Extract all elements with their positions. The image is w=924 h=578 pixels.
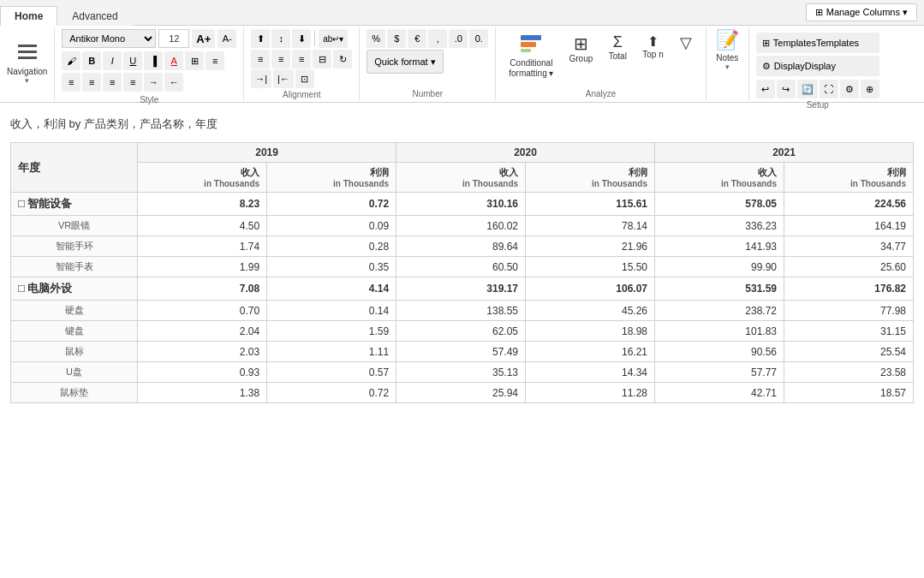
percent-button[interactable]: % (367, 29, 385, 48)
align-center2-button[interactable]: ≡ (82, 73, 101, 92)
wrap-text-button[interactable]: ab↵▾ (319, 29, 348, 48)
redo-button[interactable]: ↪ (777, 80, 796, 98)
category-row: □ 智能设备8.230.72310.16115.61578.05224.56 (11, 193, 914, 216)
decimal-decrease-button[interactable]: 0. (469, 29, 488, 48)
row-label: 鼠标 (11, 342, 138, 362)
filter-icon: ▽ (680, 33, 692, 52)
font-decrease-button[interactable]: A- (218, 29, 236, 48)
font-family-select[interactable]: Antikor Mono (62, 29, 156, 48)
decrease-indent-button[interactable]: |← (273, 69, 294, 88)
templates-icon: ⊞ (762, 38, 770, 49)
row-label: 智能手表 (11, 257, 138, 277)
svg-rect-4 (521, 42, 536, 47)
align-bottom-button[interactable]: ⬇ (292, 29, 311, 48)
rev-cell: 531.59 (655, 277, 784, 301)
outdent-button[interactable]: ← (164, 73, 183, 92)
profit-cell: 164.19 (784, 216, 913, 236)
ribbon-alignment-group: ⬆ ↕ ⬇ ab↵▾ ≡ ≡ ≡ ⊟ ↻ →| |← ⊡ Alignment (244, 27, 360, 100)
rev-cell: 25.94 (396, 383, 526, 403)
sub-row: VR眼镜4.500.09160.0278.14336.23164.19 (11, 216, 914, 236)
format-button[interactable]: ≡ (206, 51, 224, 70)
align-right2-button[interactable]: ≡ (103, 73, 122, 92)
merge-button[interactable]: ⊟ (313, 50, 331, 69)
increase-indent-button[interactable]: →| (251, 69, 271, 88)
align-center-button[interactable]: ≡ (271, 50, 290, 69)
table-area: 收入，利润 by 产品类别，产品名称，年度 年度 2019 2020 2021 … (0, 103, 924, 578)
settings-button[interactable]: ⚙ (840, 80, 859, 98)
alignment-label: Alignment (251, 88, 352, 99)
rev-cell: 57.77 (655, 362, 784, 383)
rev-cell: 89.64 (396, 236, 526, 257)
highlight-button[interactable]: ▐ (144, 51, 163, 70)
underline-button[interactable]: U (123, 51, 142, 70)
quick-format-label: Quick format ▾ (374, 57, 435, 68)
conditional-formatting-button[interactable]: Conditionalformatting ▾ (503, 29, 559, 83)
profit-cell: 78.14 (526, 216, 655, 236)
decimal-increase-button[interactable]: .0 (449, 29, 468, 48)
font-color-button[interactable]: A (164, 51, 183, 70)
profit-2020-header: 利润 in Thousands (526, 163, 655, 193)
topn-button[interactable]: ⬆ Top n (636, 29, 669, 63)
group-button[interactable]: ⊞ Group (563, 29, 599, 68)
total-button[interactable]: Σ Total (602, 29, 633, 65)
filter-button[interactable]: ▽ (673, 29, 699, 57)
row-label: VR眼镜 (11, 216, 138, 236)
svg-rect-2 (18, 57, 37, 59)
bold-button[interactable]: B (82, 51, 101, 70)
rev-cell: 310.16 (396, 193, 526, 216)
rev-cell: 8.23 (138, 193, 267, 216)
row-label: 鼠标垫 (11, 383, 138, 403)
align-middle-button[interactable]: ↕ (271, 29, 290, 48)
year-column-header: 年度 (11, 143, 138, 193)
cell-padding-button[interactable]: ⊡ (295, 69, 314, 88)
sub-row: U盘0.930.5735.1314.3457.7723.58 (11, 362, 914, 383)
comma-button[interactable]: , (428, 29, 447, 48)
paint-brush-button[interactable]: 🖌 (62, 51, 80, 70)
rev-cell: 2.04 (138, 321, 267, 342)
rev-2020-header: 收入 in Thousands (396, 163, 526, 193)
rev-cell: 90.56 (655, 342, 784, 362)
year-2019-header: 2019 (138, 143, 396, 163)
tab-home[interactable]: Home (0, 6, 57, 26)
display-icon: ⚙ (762, 61, 771, 72)
rotate-button[interactable]: ↻ (333, 50, 352, 69)
undo-button[interactable]: ↩ (756, 80, 775, 98)
topn-label: Top n (642, 50, 663, 59)
profit-cell: 0.72 (267, 193, 396, 216)
profit-cell: 16.21 (526, 342, 655, 362)
align-top-button[interactable]: ⬆ (251, 29, 270, 48)
svg-rect-0 (18, 45, 37, 47)
italic-button[interactable]: I (103, 51, 122, 70)
profit-cell: 77.98 (784, 301, 913, 321)
tab-advanced[interactable]: Advanced (57, 6, 132, 26)
conditional-formatting-icon (519, 33, 543, 57)
svg-rect-5 (521, 49, 531, 52)
manage-columns-button[interactable]: ⊞ Manage Columns ▾ (806, 3, 917, 21)
border-button[interactable]: ⊞ (185, 51, 204, 70)
display-button[interactable]: ⚙ DisplayDisplay (756, 56, 879, 76)
quick-format-button[interactable]: Quick format ▾ (367, 50, 444, 74)
templates-button[interactable]: ⊞ TemplatesTemplates (756, 33, 879, 53)
profit-cell: 0.09 (267, 216, 396, 236)
tab-bar: Home Advanced ⊞ Manage Columns ▾ (0, 0, 924, 26)
ribbon-analyze-group: Conditionalformatting ▾ ⊞ Group Σ Total … (496, 27, 706, 100)
profit-cell: 11.28 (526, 383, 655, 403)
euro-button[interactable]: € (408, 29, 426, 48)
align-left-button[interactable]: ≡ (251, 50, 270, 69)
rev-cell: 57.49 (396, 342, 526, 362)
fullscreen-button[interactable]: ⛶ (820, 80, 838, 98)
ribbon: Navigation ▾ Antikor Mono 12 A+ A- 🖌 B I… (0, 26, 924, 103)
ribbon-navigation[interactable]: Navigation ▾ (0, 27, 55, 100)
rev-cell: 2.03 (138, 342, 267, 362)
dollar-button[interactable]: $ (387, 29, 406, 48)
justify-button[interactable]: ≡ (123, 73, 142, 92)
sub-row: 硬盘0.700.14138.5545.26238.7277.98 (11, 301, 914, 321)
align-left2-button[interactable]: ≡ (62, 73, 80, 92)
indent-button[interactable]: → (144, 73, 163, 92)
profit-cell: 0.14 (267, 301, 396, 321)
align-right-button[interactable]: ≡ (292, 50, 311, 69)
expand-button[interactable]: ⊕ (861, 80, 879, 98)
font-increase-button[interactable]: A+ (192, 29, 215, 48)
refresh-button[interactable]: 🔄 (797, 80, 818, 98)
row-label: 键盘 (11, 321, 138, 342)
